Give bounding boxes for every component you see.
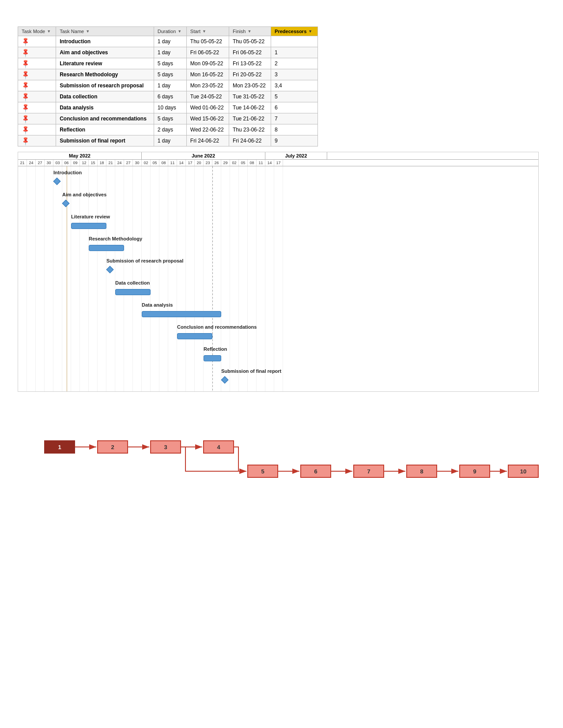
task-start-cell: Fri 24-06-22 <box>186 135 229 146</box>
pin-icon: 📌 <box>20 135 30 146</box>
pin-icon: 📌 <box>20 69 30 79</box>
day-cell: 15 <box>89 160 98 166</box>
task-pred-cell: 8 <box>271 124 318 135</box>
task-mode-cell: 📌 <box>18 124 56 135</box>
gantt-task-row: Literature review <box>18 210 538 233</box>
task-name-cell: Aim and objectives <box>56 47 154 58</box>
gantt-task-bar <box>204 355 221 361</box>
gantt-task-bar <box>221 376 229 384</box>
day-cell: 14 <box>265 160 274 166</box>
table-row: 📌 Aim and objectives 1 day Fri 06-05-22 … <box>18 47 318 58</box>
day-cell: 27 <box>124 160 133 166</box>
task-mode-cell: 📌 <box>18 135 56 146</box>
day-cell: 21 <box>18 160 27 166</box>
gantt-task-label: Aim and objectives <box>62 192 106 197</box>
task-name-cell: Submission of final report <box>56 135 154 146</box>
day-cell: 09 <box>71 160 80 166</box>
table-row: 📌 Research Methodology 5 days Mon 16-05-… <box>18 69 318 80</box>
network-node: 7 <box>353 465 384 478</box>
task-mode-cell: 📌 <box>18 80 56 91</box>
gantt-task-row: Conclusion and recommendations <box>18 321 538 343</box>
gantt-chart: May 2022June 2022July 2022 2124273003060… <box>18 152 539 392</box>
day-cell: 23 <box>204 160 212 166</box>
day-cell: 08 <box>159 160 168 166</box>
day-cell: 08 <box>248 160 257 166</box>
day-cell: 02 <box>230 160 239 166</box>
task-name-cell: Conclusion and recommendations <box>56 113 154 124</box>
task-name-cell: Literature review <box>56 58 154 69</box>
gantt-task-bar <box>71 223 106 229</box>
gantt-task-row: Research Methodology <box>18 233 538 255</box>
gantt-task-label: Submission of final report <box>221 368 281 374</box>
table-row: 📌 Data collection 6 days Tue 24-05-22 Tu… <box>18 91 318 102</box>
task-duration-cell: 1 day <box>154 135 186 146</box>
gantt-task-label: Data collection <box>115 280 150 285</box>
gantt-task-bar <box>177 333 212 339</box>
day-cell: 29 <box>221 160 230 166</box>
task-pred-cell: 2 <box>271 58 318 69</box>
network-node: 2 <box>97 440 128 454</box>
day-cell: 11 <box>168 160 177 166</box>
month-label: May 2022 <box>18 152 142 159</box>
gantt-task-label: Introduction <box>53 170 82 175</box>
gantt-days: 2124273003060912151821242730020508111417… <box>18 160 538 166</box>
network-node: 10 <box>508 465 539 478</box>
task-duration-cell: 1 day <box>154 47 186 58</box>
table-row: 📌 Submission of final report 1 day Fri 2… <box>18 135 318 146</box>
day-cell: 26 <box>212 160 221 166</box>
pin-icon: 📌 <box>20 91 30 101</box>
task-duration-cell: 1 day <box>154 36 186 47</box>
table-row: 📌 Submission of research proposal 1 day … <box>18 80 318 91</box>
task-finish-cell: Fri 06-05-22 <box>229 47 271 58</box>
gantt-task-row: Reflection <box>18 343 538 365</box>
gantt-task-bar <box>89 245 124 251</box>
gantt-task-row: Data collection <box>18 277 538 299</box>
task-mode-cell: 📌 <box>18 69 56 80</box>
task-name-cell: Data analysis <box>56 102 154 113</box>
task-name-cell: Data collection <box>56 91 154 102</box>
day-cell: 05 <box>151 160 159 166</box>
task-duration-cell: 6 days <box>154 91 186 102</box>
task-duration-cell: 5 days <box>154 113 186 124</box>
table-row: 📌 Data analysis 10 days Wed 01-06-22 Tue… <box>18 102 318 113</box>
pin-icon: 📌 <box>20 113 30 124</box>
task-start-cell: Wed 01-06-22 <box>186 102 229 113</box>
task-mode-cell: 📌 <box>18 113 56 124</box>
col-header-start: Start ▼ <box>186 27 229 36</box>
network-node: 6 <box>300 465 331 478</box>
month-label: July 2022 <box>265 152 327 159</box>
task-name-cell: Reflection <box>56 124 154 135</box>
task-start-cell: Fri 06-05-22 <box>186 47 229 58</box>
network-diagram: 12345678910 <box>18 414 548 511</box>
network-svg <box>18 414 548 511</box>
task-finish-cell: Thu 05-05-22 <box>229 36 271 47</box>
day-cell: 17 <box>186 160 195 166</box>
gantt-task-label: Reflection <box>204 346 227 352</box>
task-finish-cell: Fri 13-05-22 <box>229 58 271 69</box>
task-duration-cell: 2 days <box>154 124 186 135</box>
task-start-cell: Tue 24-05-22 <box>186 91 229 102</box>
gantt-task-label: Data analysis <box>142 302 173 308</box>
day-cell: 24 <box>27 160 36 166</box>
gantt-task-bar <box>142 311 221 317</box>
task-mode-cell: 📌 <box>18 36 56 47</box>
network-node: 9 <box>459 465 490 478</box>
day-cell: 21 <box>106 160 115 166</box>
col-header-duration: Duration ▼ <box>154 27 186 36</box>
task-pred-cell: 6 <box>271 102 318 113</box>
month-label: June 2022 <box>142 152 265 159</box>
pin-icon: 📌 <box>20 80 30 90</box>
task-pred-cell: 7 <box>271 113 318 124</box>
task-finish-cell: Mon 23-05-22 <box>229 80 271 91</box>
day-cell: 06 <box>62 160 71 166</box>
col-header-name: Task Name ▼ <box>56 27 154 36</box>
day-cell: 11 <box>257 160 265 166</box>
task-table: Task Mode ▼ Task Name ▼ Duration ▼ Start… <box>18 26 318 146</box>
day-cell: 12 <box>80 160 89 166</box>
task-pred-cell: 3,4 <box>271 80 318 91</box>
day-cell: 27 <box>36 160 45 166</box>
task-pred-cell <box>271 36 318 47</box>
day-cell: 24 <box>115 160 124 166</box>
network-node: 8 <box>406 465 437 478</box>
pin-icon: 📌 <box>20 36 30 46</box>
